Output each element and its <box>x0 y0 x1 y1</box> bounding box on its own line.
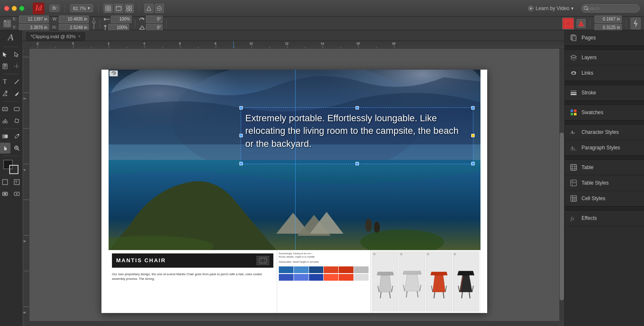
character-styles-item[interactable]: A a Character Styles <box>565 125 644 140</box>
svg-point-116 <box>365 219 372 232</box>
tools-panel: A T <box>0 30 22 326</box>
links-item[interactable]: Links <box>565 65 644 81</box>
zoom-value: 82.7% <box>73 6 86 11</box>
stroke-mode-btn[interactable] <box>576 19 586 28</box>
quick-apply-btn[interactable] <box>631 18 641 29</box>
rotate-shear-group <box>139 16 163 31</box>
stroke-icon <box>570 89 577 96</box>
w-input[interactable] <box>59 16 89 23</box>
eyedropper-tool[interactable] <box>11 131 22 142</box>
handle-bc[interactable] <box>356 162 359 165</box>
transform-btn2[interactable] <box>155 4 164 13</box>
handle-bl[interactable] <box>239 162 243 165</box>
zoom-tool[interactable] <box>11 143 22 154</box>
tool-divider <box>3 47 18 47</box>
svg-rect-150 <box>574 113 576 115</box>
svg-text:fx: fx <box>571 216 574 222</box>
gap-tool[interactable] <box>11 61 22 72</box>
hand-tool[interactable] <box>0 143 10 154</box>
fill-color-btn[interactable] <box>562 18 574 29</box>
separator <box>626 19 626 28</box>
rect-frame-tool[interactable] <box>11 104 22 115</box>
pages-item[interactable]: Pages <box>565 30 644 45</box>
effects-item[interactable]: fx Effects <box>565 211 644 226</box>
normal-mode[interactable] <box>0 177 10 188</box>
scrollbar-thumb-v[interactable] <box>560 133 564 300</box>
scale-group <box>104 16 132 31</box>
scissors-tool[interactable] <box>0 115 10 126</box>
panel-filler <box>565 226 644 326</box>
rotate-input[interactable] <box>146 16 163 23</box>
view-mode-btn[interactable] <box>104 4 113 13</box>
table-item[interactable]: Table <box>565 160 644 175</box>
handle-tr[interactable] <box>471 106 475 110</box>
arrange-btn[interactable] <box>125 4 134 13</box>
tool-divider <box>3 74 18 74</box>
svg-text:6: 6 <box>179 42 181 45</box>
canvas-scroll[interactable]: Extremely portable. Effortlessly loungab… <box>29 49 559 321</box>
line-tool[interactable] <box>11 76 22 87</box>
handle-br[interactable] <box>471 162 475 165</box>
frame-rect-tool[interactable] <box>0 104 10 115</box>
type-tool-top[interactable]: A <box>2 32 20 43</box>
transform-btn1[interactable] <box>144 4 153 13</box>
scrollbar-vertical[interactable] <box>559 49 564 321</box>
svg-text:4: 4 <box>23 169 26 171</box>
fullscreen-button[interactable] <box>19 6 24 11</box>
text-frame[interactable]: Extremely portable. Effortlessly loungab… <box>241 107 473 164</box>
svg-line-54 <box>18 149 19 151</box>
fill-stroke-display[interactable] <box>3 160 18 174</box>
center-guide <box>295 70 296 250</box>
layers-item[interactable]: Layers <box>565 50 644 65</box>
handle-tc[interactable] <box>356 106 359 110</box>
panel-divider-2 <box>565 81 644 85</box>
links-label: Links <box>582 70 593 76</box>
direct-selection-tool[interactable] <box>11 49 22 60</box>
stroke-w1-input[interactable] <box>595 16 622 23</box>
handle-mr[interactable] <box>471 134 475 137</box>
pen-tool[interactable] <box>0 88 10 99</box>
learn-by-video-button[interactable]: Learn by Video ▾ <box>528 5 574 11</box>
close-button[interactable] <box>4 6 9 11</box>
handle-tl[interactable] <box>239 106 243 110</box>
content-placer[interactable] <box>11 188 22 199</box>
svg-marker-23 <box>104 18 105 21</box>
search-input[interactable] <box>581 4 640 13</box>
table-styles-item[interactable]: Table Styles <box>565 175 644 190</box>
scale-h-input[interactable] <box>111 16 132 23</box>
h-label: H: <box>52 25 57 30</box>
scrollbar-horizontal[interactable] <box>29 321 559 326</box>
paragraph-styles-item[interactable]: A a Paragraph Styles <box>565 140 644 155</box>
constraint-link[interactable] <box>91 18 96 29</box>
cell-styles-icon <box>570 195 577 202</box>
gradient-tool[interactable] <box>0 131 10 142</box>
free-transform-tool[interactable] <box>11 115 22 126</box>
close-tab-button[interactable]: × <box>78 34 80 39</box>
svg-line-126 <box>378 286 379 292</box>
bridge-button[interactable]: Br <box>49 5 60 12</box>
minimize-button[interactable] <box>12 6 17 11</box>
table-styles-icon <box>570 179 577 187</box>
svg-rect-18 <box>6 23 8 25</box>
content-grabber[interactable] <box>0 188 10 199</box>
pencil-tool[interactable] <box>11 88 22 99</box>
selection-tool[interactable] <box>0 49 10 60</box>
swatches-item[interactable]: Swatches <box>565 105 644 120</box>
stroke-item[interactable]: Stroke <box>565 85 644 100</box>
handle-ml[interactable] <box>239 134 243 137</box>
page-tool[interactable] <box>0 61 10 72</box>
document-tab[interactable]: *Clipping.indd @ 83% × <box>25 31 86 41</box>
bottom-middle: Surprisingly, having to be on—Rocky deta… <box>277 250 371 313</box>
type-tool[interactable]: T <box>0 76 10 87</box>
swatch-darkred <box>339 266 353 273</box>
cell-styles-item[interactable]: Cell Styles <box>565 191 644 206</box>
type-on-path[interactable]: T <box>11 177 22 188</box>
x-input[interactable] <box>19 16 49 23</box>
shape-tools <box>0 115 22 126</box>
zoom-display[interactable]: 82.7% ▾ <box>70 4 93 12</box>
screen-mode-btn[interactable] <box>114 4 123 13</box>
svg-marker-28 <box>140 26 145 29</box>
swatch-red <box>324 266 338 273</box>
cell-styles-label: Cell Styles <box>582 196 605 201</box>
svg-line-130 <box>403 285 405 291</box>
